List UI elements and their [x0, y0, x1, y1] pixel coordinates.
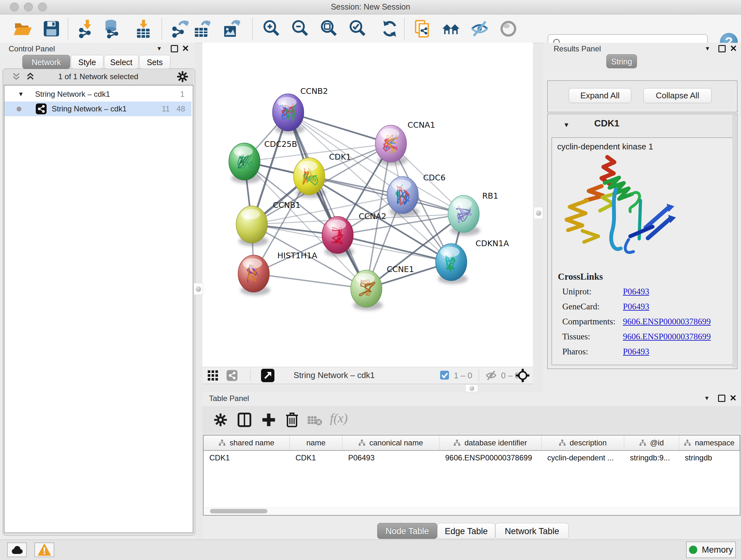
delete-column-icon[interactable]: [285, 412, 299, 427]
table-cell[interactable]: CDK1: [204, 451, 290, 465]
zoom-in-icon[interactable]: [262, 19, 281, 39]
grid-icon[interactable]: [207, 370, 218, 381]
entry-collapse-icon[interactable]: ▼: [563, 121, 569, 129]
results-panel-close-icon[interactable]: ✕: [730, 45, 737, 52]
crosslink-link[interactable]: P06493: [623, 287, 650, 297]
collection-expand-icon[interactable]: ▼: [18, 87, 24, 102]
tab-edge-table[interactable]: Edge Table: [437, 523, 495, 539]
birdseye-arrow-icon[interactable]: [261, 369, 274, 382]
zoom-out-icon[interactable]: [290, 19, 310, 39]
network-node-cdc6[interactable]: [387, 177, 419, 217]
columns-icon[interactable]: [238, 413, 252, 427]
collapse-all-button[interactable]: Collapse All: [643, 88, 712, 103]
table-row[interactable]: CDK1CDK1P064939606.ENSP00000378699cyclin…: [204, 451, 740, 465]
network-node-cdk1[interactable]: [293, 158, 326, 198]
network-node-hist1h1a[interactable]: [238, 255, 270, 295]
network-view-canvas[interactable]: CCNB2CCNA1CDC25BCDK1CDC6RB1CCNB1CCNA2CDK…: [202, 43, 533, 367]
import-network-database-icon[interactable]: [103, 19, 123, 39]
tab-sets[interactable]: Sets: [139, 55, 171, 69]
left-splitter-handle[interactable]: [193, 283, 203, 295]
network-node-ccna2[interactable]: [322, 216, 354, 257]
table-cell[interactable]: CDK1: [290, 451, 342, 465]
network-options-gear-icon[interactable]: [177, 71, 188, 82]
selected-checkbox-icon[interactable]: [440, 370, 449, 380]
warnings-button[interactable]: [35, 543, 54, 557]
export-image-icon[interactable]: [221, 19, 241, 39]
tab-node-table[interactable]: Node Table: [377, 523, 437, 539]
network-row-selected[interactable]: String Network – cdk1 11 48: [4, 102, 192, 116]
node-label-ccna2: CCNA2: [359, 212, 387, 221]
import-table-file-icon[interactable]: [133, 19, 153, 39]
control-panel-close-icon[interactable]: ✕: [182, 45, 189, 52]
cloud-button[interactable]: [7, 543, 27, 557]
share-icon[interactable]: [226, 370, 238, 381]
export-network-icon[interactable]: [171, 19, 190, 39]
show-graphics-details-icon[interactable]: [498, 19, 518, 39]
network-node-rb1[interactable]: [448, 195, 480, 236]
save-session-icon[interactable]: [42, 19, 61, 39]
hidden-eye-icon[interactable]: [485, 370, 497, 381]
column-header-canonical-name[interactable]: canonical name: [342, 435, 440, 450]
collection-count: 1: [180, 87, 185, 102]
results-panel-float-icon[interactable]: [718, 45, 726, 52]
bottom-splitter-handle[interactable]: [465, 384, 478, 392]
network-node-cdc25b[interactable]: [229, 143, 261, 183]
column-header-shared-name[interactable]: shared name: [204, 435, 290, 450]
houses-icon[interactable]: [441, 19, 461, 39]
tab-select[interactable]: Select: [104, 55, 138, 69]
table-panel-float-icon[interactable]: [718, 395, 725, 402]
string-protein-query-icon[interactable]: [413, 19, 433, 39]
table-cell[interactable]: stringdb:9...: [624, 451, 679, 465]
export-table-icon[interactable]: [192, 19, 212, 39]
network-collection-row[interactable]: ▼ String Network – cdk1 1: [4, 87, 192, 102]
zoom-selected-icon[interactable]: [348, 19, 367, 39]
crosslink-link[interactable]: P06493: [623, 347, 650, 357]
table-panel-collapse-icon[interactable]: ▼: [704, 395, 710, 401]
network-node-ccna1[interactable]: [375, 125, 408, 165]
table-cell[interactable]: cyclin-dependent ...: [542, 451, 624, 465]
column-header--id[interactable]: @id: [624, 435, 679, 450]
table-hscrollbar[interactable]: [204, 508, 739, 514]
add-column-icon[interactable]: [262, 413, 276, 427]
window-title: Session: New Session: [0, 2, 741, 11]
column-header-namespace[interactable]: namespace: [679, 435, 740, 450]
crosslink-link[interactable]: P06493: [623, 302, 650, 312]
right-splitter-handle[interactable]: [534, 207, 543, 219]
results-panel-collapse-icon[interactable]: ▼: [704, 45, 711, 52]
network-node-ccnb1[interactable]: [236, 206, 268, 246]
import-network-file-icon[interactable]: [77, 19, 97, 39]
network-node-ccne1[interactable]: [351, 270, 383, 310]
network-node-cdkn1a[interactable]: [435, 244, 468, 284]
table-cell[interactable]: 9606.ENSP00000378699: [440, 451, 542, 465]
tab-network[interactable]: Network: [22, 55, 70, 69]
tab-style[interactable]: Style: [71, 55, 104, 69]
tab-string[interactable]: String: [606, 54, 637, 68]
memory-button[interactable]: Memory: [686, 542, 736, 558]
refresh-view-icon[interactable]: [380, 19, 400, 39]
zoom-fit-icon[interactable]: [319, 19, 339, 39]
table-panel-close-icon[interactable]: ✕: [730, 395, 737, 401]
crosslink-link[interactable]: 9606.ENSP00000378699: [623, 317, 711, 327]
function-builder-icon[interactable]: f(x): [330, 411, 348, 426]
table-cell[interactable]: stringdb: [679, 451, 740, 465]
gear-icon[interactable]: [214, 413, 227, 427]
crosslink-link[interactable]: 9606.ENSP00000378699: [623, 332, 711, 341]
control-panel-float-icon[interactable]: [171, 45, 178, 52]
network-node-ccnb2[interactable]: [273, 94, 305, 134]
crosshair-icon[interactable]: [516, 368, 530, 382]
expand-all-button[interactable]: Expand All: [569, 88, 631, 103]
column-header-name[interactable]: name: [290, 435, 342, 450]
crosslink-label: Pharos:: [562, 347, 588, 357]
table-hscrollbar-thumb[interactable]: [210, 509, 267, 513]
results-scrollbar[interactable]: [733, 115, 736, 367]
network-edge[interactable]: [254, 273, 366, 289]
clear-table-icon[interactable]: [307, 415, 322, 426]
table-cell[interactable]: P06493: [342, 451, 440, 465]
open-session-icon[interactable]: [13, 19, 32, 39]
hide-graphics-details-icon[interactable]: [470, 19, 489, 39]
node-table[interactable]: shared namenamecanonical namedatabase id…: [203, 435, 740, 516]
column-header-database-identifier[interactable]: database identifier: [440, 435, 542, 450]
column-header-description[interactable]: description: [542, 435, 624, 450]
control-panel-collapse-icon[interactable]: ▼: [156, 45, 162, 52]
tab-network-table[interactable]: Network Table: [495, 523, 569, 539]
